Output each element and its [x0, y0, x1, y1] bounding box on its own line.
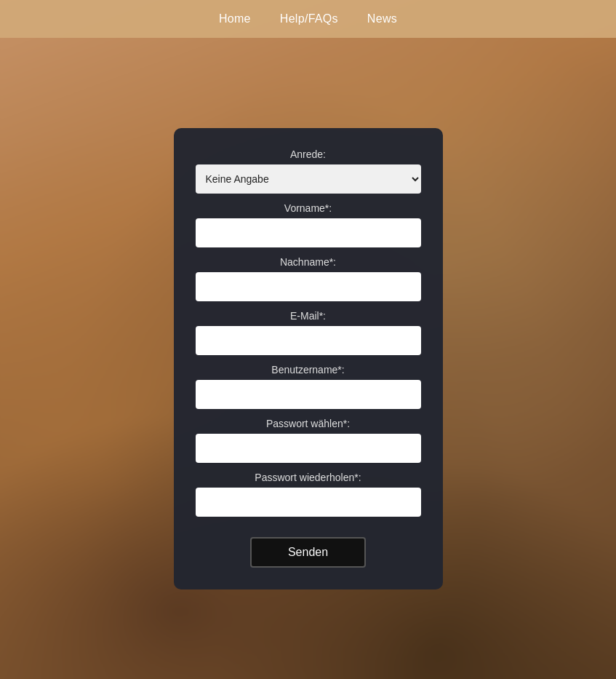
passwort-wdh-group: Passwort wiederholen*:	[196, 472, 421, 517]
passwort-group: Passwort wählen*:	[196, 418, 421, 463]
passwort-wdh-label: Passwort wiederholen*:	[196, 472, 421, 483]
nav-help-faqs[interactable]: Help/FAQs	[280, 12, 338, 25]
nachname-label: Nachname*:	[196, 256, 421, 268]
vorname-label: Vorname*:	[196, 202, 421, 214]
vorname-input[interactable]	[196, 218, 421, 247]
nachname-group: Nachname*:	[196, 256, 421, 301]
email-input[interactable]	[196, 326, 421, 355]
benutzername-group: Benutzername*:	[196, 364, 421, 409]
nachname-input[interactable]	[196, 272, 421, 301]
benutzername-label: Benutzername*:	[196, 364, 421, 376]
registration-form-card: Anrede: Keine Angabe Herr Frau Divers Vo…	[174, 128, 443, 589]
benutzername-input[interactable]	[196, 380, 421, 409]
passwort-input[interactable]	[196, 434, 421, 463]
anrede-select[interactable]: Keine Angabe Herr Frau Divers	[196, 164, 421, 194]
navbar: Home Help/FAQs News	[0, 0, 616, 38]
nav-news[interactable]: News	[367, 12, 397, 25]
anrede-label: Anrede:	[196, 148, 421, 160]
vorname-group: Vorname*:	[196, 202, 421, 247]
submit-button[interactable]: Senden	[250, 537, 366, 568]
email-group: E-Mail*:	[196, 310, 421, 355]
anrede-group: Anrede: Keine Angabe Herr Frau Divers	[196, 148, 421, 194]
passwort-wdh-input[interactable]	[196, 488, 421, 517]
passwort-label: Passwort wählen*:	[196, 418, 421, 429]
email-label: E-Mail*:	[196, 310, 421, 322]
nav-home[interactable]: Home	[219, 12, 251, 25]
main-content: Anrede: Keine Angabe Herr Frau Divers Vo…	[0, 0, 616, 679]
